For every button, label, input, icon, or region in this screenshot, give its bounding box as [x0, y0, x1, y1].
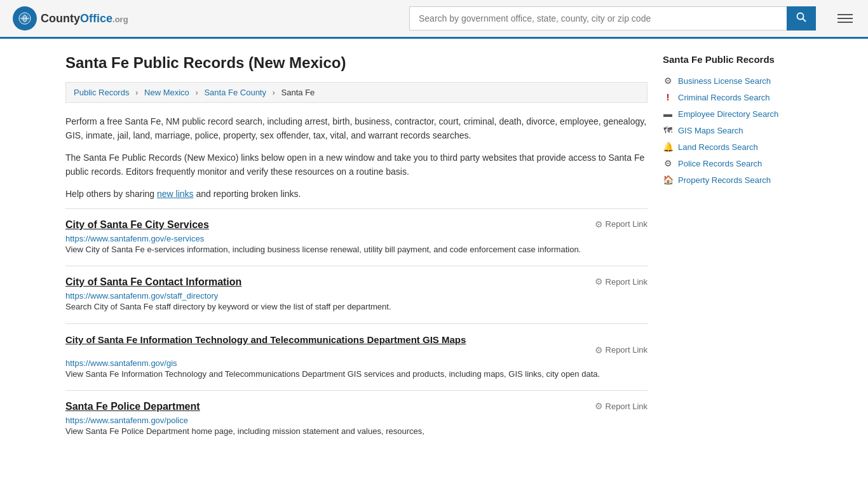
sidebar-item-business-license[interactable]: ⚙ Business License Search [663, 72, 803, 89]
breadcrumb: Public Records › New Mexico › Santa Fe C… [65, 82, 648, 103]
sidebar-item-police-records[interactable]: ⚙ Police Records Search [663, 155, 803, 172]
result-url[interactable]: https://www.santafenm.gov/police [65, 416, 188, 425]
report-label: Report Link [606, 219, 648, 229]
result-desc: View Santa Fe Information Technology and… [65, 368, 648, 381]
report-link-button[interactable]: ⚙ Report Link [595, 401, 648, 411]
sidebar: Santa Fe Public Records ⚙ Business Licen… [663, 54, 803, 448]
result-header: City of Santa Fe City Services ⚙ Report … [65, 219, 648, 231]
directory-icon: ▬ [663, 109, 673, 119]
result-header: City of Santa Fe Contact Information ⚙ R… [65, 276, 648, 288]
report-link-button[interactable]: ⚙ Report Link [595, 276, 648, 287]
house-icon: 🏠 [663, 175, 673, 185]
sidebar-link-business-license[interactable]: Business License Search [678, 76, 771, 86]
logo-label: CountyOffice.org [41, 12, 128, 25]
report-label: Report Link [606, 345, 648, 355]
search-input[interactable] [409, 6, 787, 30]
breadcrumb-sep: › [135, 88, 138, 97]
svg-point-4 [797, 13, 804, 20]
intro-paragraph-3: Help others by sharing new links and rep… [65, 187, 648, 201]
sidebar-link-land-records[interactable]: Land Records Search [678, 142, 758, 152]
sidebar-title: Santa Fe Public Records [663, 54, 803, 65]
result-title[interactable]: Santa Fe Police Department [65, 401, 200, 412]
result-title[interactable]: City of Santa Fe Contact Information [65, 276, 241, 288]
menu-line [837, 14, 853, 15]
sidebar-link-employee-directory[interactable]: Employee Directory Search [678, 109, 778, 119]
result-desc: Search City of Santa Fe staff directory … [65, 301, 648, 313]
report-icon: ⚙ [595, 219, 603, 229]
result-item: City of Santa Fe Contact Information ⚙ R… [65, 266, 648, 323]
bell-icon: 🔔 [663, 142, 673, 152]
breadcrumb-santa-fe-county[interactable]: Santa Fe County [204, 88, 266, 97]
result-item: City of Santa Fe City Services ⚙ Report … [65, 208, 648, 266]
exclamation-icon: ! [663, 92, 673, 102]
sidebar-item-employee-directory[interactable]: ▬ Employee Directory Search [663, 105, 803, 122]
report-icon: ⚙ [595, 276, 603, 287]
sidebar-item-criminal-records[interactable]: ! Criminal Records Search [663, 89, 803, 105]
gear-icon: ⚙ [663, 76, 673, 86]
content-area: Santa Fe Public Records (New Mexico) Pub… [65, 54, 648, 448]
result-desc: View Santa Fe Police Department home pag… [65, 425, 648, 438]
report-label: Report Link [606, 402, 648, 411]
result-url[interactable]: https://www.santafenm.gov/gis [65, 358, 177, 368]
logo-icon [13, 6, 37, 30]
sidebar-item-property-records[interactable]: 🏠 Property Records Search [663, 172, 803, 188]
sidebar-link-criminal-records[interactable]: Criminal Records Search [678, 93, 770, 102]
svg-line-5 [803, 19, 806, 22]
intro-paragraph-1: Perform a free Santa Fe, NM public recor… [65, 114, 648, 143]
main-content: Santa Fe Public Records (New Mexico) Pub… [53, 39, 815, 463]
result-title[interactable]: City of Santa Fe City Services [65, 219, 209, 231]
result-title[interactable]: City of Santa Fe Information Technology … [65, 334, 640, 345]
report-icon: ⚙ [595, 345, 603, 355]
sidebar-link-police-records[interactable]: Police Records Search [678, 159, 762, 168]
menu-line [837, 22, 853, 23]
intro3-pre: Help others by sharing [65, 189, 157, 199]
police-icon: ⚙ [663, 158, 673, 168]
result-url[interactable]: https://www.santafenm.gov/staff_director… [65, 291, 218, 301]
logo[interactable]: CountyOffice.org [13, 6, 128, 30]
report-link-button[interactable]: ⚙ Report Link [595, 345, 648, 355]
report-label: Report Link [606, 277, 648, 287]
page-title: Santa Fe Public Records (New Mexico) [65, 54, 648, 72]
breadcrumb-new-mexico[interactable]: New Mexico [144, 88, 189, 97]
result-url[interactable]: https://www.santafenm.gov/e-services [65, 234, 204, 243]
breadcrumb-sep: › [273, 88, 275, 97]
result-desc: View City of Santa Fe e-services informa… [65, 243, 648, 256]
menu-line [837, 18, 853, 19]
intro3-post: and reporting broken links. [194, 189, 301, 199]
breadcrumb-sep: › [195, 88, 198, 97]
search-button[interactable] [787, 6, 816, 30]
result-item: Santa Fe Police Department ⚙ Report Link… [65, 390, 648, 448]
sidebar-item-gis-maps[interactable]: 🗺 GIS Maps Search [663, 122, 803, 139]
menu-button[interactable] [835, 11, 855, 25]
sidebar-item-land-records[interactable]: 🔔 Land Records Search [663, 139, 803, 155]
result-item: City of Santa Fe Information Technology … [65, 323, 648, 391]
new-links-link[interactable]: new links [157, 189, 194, 199]
report-icon: ⚙ [595, 401, 603, 411]
map-icon: 🗺 [663, 125, 673, 135]
search-area [409, 6, 816, 30]
report-link-button[interactable]: ⚙ Report Link [595, 219, 648, 229]
breadcrumb-current: Santa Fe [281, 88, 315, 97]
sidebar-link-gis-maps[interactable]: GIS Maps Search [678, 126, 743, 135]
intro-paragraph-2: The Santa Fe Public Records (New Mexico)… [65, 151, 648, 179]
sidebar-link-property-records[interactable]: Property Records Search [678, 175, 771, 185]
site-header: CountyOffice.org [0, 0, 868, 39]
result-header: Santa Fe Police Department ⚙ Report Link [65, 401, 648, 412]
breadcrumb-public-records[interactable]: Public Records [74, 88, 129, 97]
